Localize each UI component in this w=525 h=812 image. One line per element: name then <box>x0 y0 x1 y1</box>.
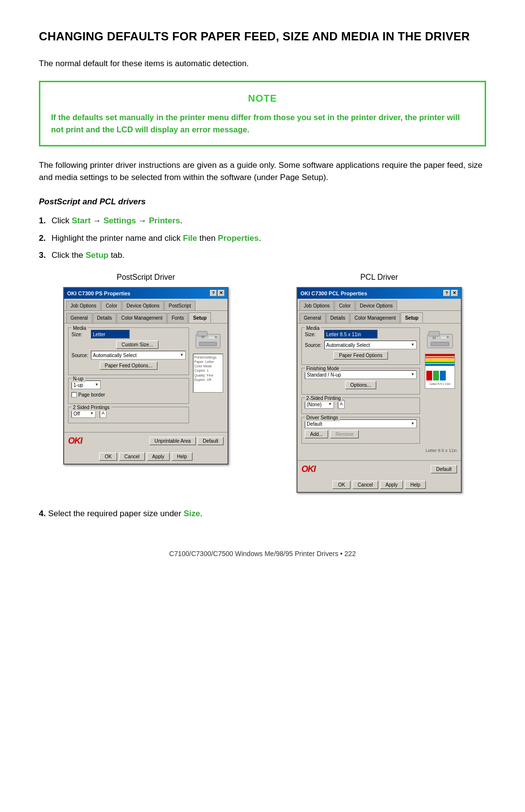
step-4-num: 4. <box>39 509 46 518</box>
steps-list: 1. Click Start → Settings → Printers. 2.… <box>39 215 486 262</box>
ps-size-select[interactable]: Letter ▼ <box>91 330 130 339</box>
pcl-source-row: Source: Automatically Select ▼ <box>305 341 417 349</box>
ps-oki-logo: OKI <box>68 434 82 448</box>
properties-link[interactable]: Properties <box>218 234 259 243</box>
ps-apply-btn[interactable]: Apply <box>147 452 170 461</box>
note-box: NOTE If the defaults set manually in the… <box>39 81 486 146</box>
ps-tab-device-options[interactable]: Device Options <box>122 301 164 310</box>
ps-close-btn[interactable]: ✕ <box>218 290 225 296</box>
pcl-tab-color[interactable]: Color <box>334 301 355 310</box>
pcl-ok-btn[interactable]: OK <box>332 481 350 489</box>
ps-titlebar: OKI C7300 PS Properties ? ✕ <box>64 288 228 299</box>
pcl-finishing-group: Finishing Mode Standard / N-up ▼ Options… <box>301 368 420 395</box>
ps-content: Media Size: Letter ▼ Custom Size... <box>64 324 228 430</box>
ps-custom-btn[interactable]: Custom Size... <box>116 341 158 349</box>
postscript-dialog: OKI C7300 PS Properties ? ✕ Job Options … <box>63 287 228 465</box>
pcl-content: Media Size: Letter 8.5 x 11in ▼ Source: <box>298 324 461 458</box>
ps-title-buttons: ? ✕ <box>210 290 225 296</box>
pcl-apply-btn[interactable]: Apply <box>380 481 403 489</box>
pcl-tab-setup[interactable]: Setup <box>401 312 423 323</box>
pcl-2sided-label: 2-Sided Printing <box>305 395 342 402</box>
ps-text-preview: PrinterSettings Paper: Letter Color Mode… <box>193 354 223 393</box>
pcl-size-select[interactable]: Letter 8.5 x 11in ▼ <box>324 330 378 339</box>
step-4: 4. Select the required paper size under … <box>39 507 486 520</box>
ps-tab-color-mgmt[interactable]: Color Management <box>117 313 167 323</box>
pcl-remove-btn[interactable]: Remove <box>330 430 359 438</box>
pcl-help-btn[interactable]: Help <box>405 481 426 489</box>
pcl-tab-details[interactable]: Details <box>326 313 350 323</box>
pcl-tab-general[interactable]: General <box>299 313 326 323</box>
pcl-color-preview: Letter 8.5 x 11in <box>425 354 455 389</box>
pcl-driver-settings-group: Driver Settings Default ▼ Add... Remove <box>301 417 420 444</box>
pcl-source-select[interactable]: Automatically Select ▼ <box>324 341 417 349</box>
pcl-cancel-btn[interactable]: Cancel <box>352 481 378 489</box>
pcl-titlebar: OKI C7300 PCL Properties ? ✕ <box>298 288 461 299</box>
pcl-source-label: Source: <box>305 342 322 349</box>
step-1: 1. Click Start → Settings → Printers. <box>39 215 486 227</box>
ps-tab-job-options[interactable]: Job Options <box>66 301 101 310</box>
page-footer: C7100/C7300/C7500 Windows Me/98/95 Print… <box>39 549 486 559</box>
pcl-question-btn[interactable]: ? <box>443 290 450 296</box>
ps-2sided-group: 2 Sided Printings Off ▼ A <box>68 407 189 423</box>
pcl-default-btn[interactable]: Default <box>431 465 457 473</box>
pcl-action-row: OK Cancel Apply Help <box>298 479 461 492</box>
pcl-title-text: OKI C7300 PCL Properties <box>300 289 367 298</box>
ps-page-border-checkbox[interactable]: Page border <box>71 391 105 398</box>
ps-custom-row: Custom Size... <box>71 341 186 349</box>
pcl-driver-settings-label: Driver Settings <box>305 414 340 421</box>
pcl-title-buttons: ? ✕ <box>443 290 458 296</box>
printers-link[interactable]: Printers <box>149 216 180 225</box>
ps-cancel-btn[interactable]: Cancel <box>119 452 145 461</box>
ps-unprintable-btn[interactable]: Unprintable Area <box>149 437 196 445</box>
ps-tab-details[interactable]: Details <box>93 313 117 323</box>
ps-tab-color[interactable]: Color <box>101 301 122 310</box>
ps-tab-setup[interactable]: Setup <box>189 312 211 323</box>
pcl-media-label: Media <box>305 325 321 332</box>
ps-page-border-box[interactable] <box>71 392 77 397</box>
step-3-text: Click the Setup tab. <box>52 249 124 262</box>
drivers-row: PostScript Driver OKI C7300 PS Propertie… <box>39 271 486 493</box>
pcl-tab-device-options[interactable]: Device Options <box>355 301 397 310</box>
pcl-add-btn[interactable]: Add... <box>305 430 328 438</box>
ps-source-select[interactable]: Automatically Select ▼ <box>91 351 186 360</box>
page-title: CHANGING DEFAULTS FOR PAPER FEED, SIZE A… <box>39 29 486 44</box>
pcl-driver-btns-row: Add... Remove <box>305 430 417 438</box>
ps-nup-row: 1-up ▼ <box>71 380 186 389</box>
ps-ok-btn[interactable]: OK <box>99 452 117 461</box>
pcl-close-btn[interactable]: ✕ <box>451 290 458 296</box>
ps-paper-feed-btn[interactable]: Paper Feed Options... <box>100 361 158 370</box>
pcl-color-bars <box>425 370 455 381</box>
pcl-label: PCL Driver <box>360 271 398 283</box>
note-title: NOTE <box>51 91 474 106</box>
svg-point-10 <box>447 336 449 338</box>
intro-text: The normal default for these items is au… <box>39 57 486 70</box>
step-2-text: Highlight the printer name and click Fil… <box>52 232 261 245</box>
ps-default-btn[interactable]: Default <box>197 437 224 445</box>
ps-tab-general[interactable]: General <box>66 313 92 323</box>
svg-text:M: M <box>201 335 205 339</box>
ps-printer-image: M <box>193 327 223 351</box>
step-3: 3. Click the Setup tab. <box>39 249 486 262</box>
pcl-options-btn[interactable]: Options... <box>345 381 377 389</box>
pcl-driver-block: PCL Driver OKI C7300 PCL Properties ? ✕ … <box>272 271 486 493</box>
postscript-driver-block: PostScript Driver OKI C7300 PS Propertie… <box>39 271 253 465</box>
ps-help-btn[interactable]: Help <box>172 452 192 461</box>
ps-footer: OKI Unprintable Area Default <box>64 432 228 451</box>
settings-link[interactable]: Settings <box>104 216 136 225</box>
start-link[interactable]: Start <box>72 216 91 225</box>
pcl-paper-feed-row: Paper Feed Options <box>305 351 417 360</box>
setup-link[interactable]: Setup <box>86 251 108 260</box>
pcl-right-panel: M <box>423 327 457 447</box>
pcl-paper-feed-btn[interactable]: Paper Feed Options <box>333 351 388 360</box>
file-link[interactable]: File <box>183 234 197 243</box>
pcl-tabs2: General Details Color Management Setup <box>298 311 461 324</box>
ps-tab-postscript[interactable]: PostScript <box>164 301 195 310</box>
size-link[interactable]: Size <box>184 509 200 518</box>
pcl-finishing-label: Finishing Mode <box>305 365 341 372</box>
ps-tab-fonts[interactable]: Fonts <box>167 313 188 323</box>
pcl-tab-job-options[interactable]: Job Options <box>299 301 334 310</box>
ps-nup-group: N-up 1-up ▼ Page border <box>68 378 189 404</box>
ps-question-btn[interactable]: ? <box>210 290 217 296</box>
pcl-tab-color-mgmt[interactable]: Color Management <box>350 313 400 323</box>
pcl-dialog: OKI C7300 PCL Properties ? ✕ Job Options… <box>297 287 462 493</box>
